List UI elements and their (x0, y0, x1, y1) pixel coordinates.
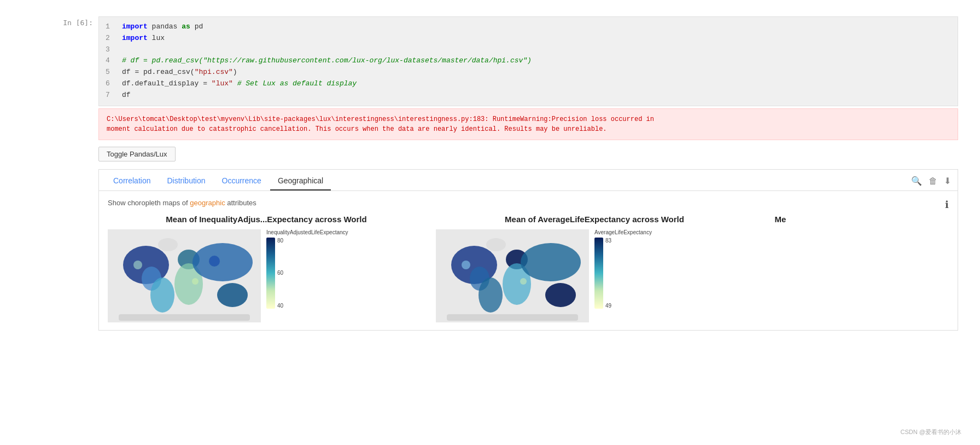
chart-2-legend: AverageLifeExpectancy 83 49 (594, 229, 652, 309)
chart-1-legend-labels: 80 60 40 (277, 238, 283, 309)
chart-1-legend-gradient (266, 238, 275, 309)
world-map-1 (108, 229, 261, 322)
code-block[interactable]: 1 import pandas as pd 2 import lux 3 4 #… (98, 16, 958, 106)
search-icon[interactable]: 🔍 (911, 176, 922, 186)
tab-icons: 🔍 🗑 ⬇ (911, 176, 951, 186)
svg-point-24 (520, 278, 527, 285)
tab-correlation[interactable]: Correlation (106, 172, 158, 190)
chart-2-legend-labels: 83 49 (605, 238, 611, 309)
lux-widget: Correlation Distribution Occurrence Geog… (98, 169, 958, 331)
code-line-7: 7 df (106, 90, 951, 101)
code-line-6: 6 df.default_display = "lux" # Set Lux a… (106, 78, 951, 90)
info-icon[interactable]: ℹ (945, 199, 949, 211)
svg-point-7 (217, 283, 248, 307)
chart-1-title: Mean of InequalityAdjus...Expectancy acr… (108, 215, 425, 224)
tab-distribution[interactable]: Distribution (159, 172, 213, 190)
code-line-4: 4 # df = pd.read_csv("https://raw.github… (106, 55, 951, 67)
code-line-5: 5 df = pd.read_csv("hpi.csv") (106, 67, 951, 78)
lux-tabs-bar: Correlation Distribution Occurrence Geog… (99, 170, 958, 191)
chart-2-legend-title: AverageLifeExpectancy (594, 229, 652, 235)
download-icon[interactable]: ⬇ (944, 176, 951, 186)
svg-point-11 (192, 278, 199, 285)
world-map-2 (436, 229, 589, 322)
chart-card-2: Mean of AverageLifeExpectancy across Wor… (436, 215, 753, 322)
tab-occurrence[interactable]: Occurrence (214, 172, 269, 190)
chart-1-legend: InequalityAdjustedLifeExpectancy 80 60 4… (266, 229, 348, 309)
warning-line-1: C:\Users\tomcat\Desktop\test\myvenv\Lib\… (107, 114, 950, 124)
svg-rect-9 (119, 314, 250, 321)
cell-label: In [6]: (0, 16, 98, 331)
toggle-pandas-lux-button[interactable]: Toggle Pandas/Lux (98, 147, 176, 161)
cell-in-label: In [6]: (63, 19, 93, 27)
charts-row: Mean of InequalityAdjus...Expectancy acr… (108, 215, 949, 322)
tab-geographical[interactable]: Geographical (270, 172, 331, 190)
svg-point-6 (192, 243, 253, 281)
chart-1-legend-title: InequalityAdjustedLifeExpectancy (266, 229, 348, 235)
svg-point-19 (521, 243, 581, 281)
chart-2-title: Mean of AverageLifeExpectancy across Wor… (436, 215, 753, 224)
chart-1-inner: InequalityAdjustedLifeExpectancy 80 60 4… (108, 229, 425, 322)
lux-body: Show choropleth maps of geographic attri… (99, 191, 958, 330)
cell-body: 1 import pandas as pd 2 import lux 3 4 #… (98, 16, 958, 331)
chart-card-3: Me (764, 215, 797, 322)
warning-line-2: moment calculation due to catastrophic c… (107, 124, 950, 134)
chart-2-legend-gradient (594, 238, 603, 309)
svg-point-23 (462, 261, 470, 269)
svg-rect-22 (447, 314, 578, 321)
svg-point-10 (133, 261, 142, 269)
lux-subtitle: Show choropleth maps of geographic attri… (108, 199, 949, 207)
warning-block: C:\Users\tomcat\Desktop\test\myvenv\Lib\… (98, 108, 958, 140)
code-line-1: 1 import pandas as pd (106, 21, 951, 33)
svg-point-3 (150, 278, 174, 313)
chart-2-inner: AverageLifeExpectancy 83 49 (436, 229, 753, 322)
svg-point-20 (545, 283, 576, 307)
code-cell: In [6]: 1 import pandas as pd 2 import l… (0, 16, 980, 331)
chart-card-1: Mean of InequalityAdjus...Expectancy acr… (108, 215, 425, 322)
code-line-3: 3 (106, 44, 951, 56)
code-line-2: 2 import lux (106, 33, 951, 44)
svg-point-8 (158, 238, 178, 251)
chart-3-title-partial: Me (764, 215, 797, 224)
watermark: CSDN @爱看书的小沐 (893, 425, 969, 440)
svg-point-12 (209, 256, 220, 267)
svg-point-16 (479, 278, 503, 313)
delete-icon[interactable]: 🗑 (929, 176, 937, 186)
svg-point-21 (486, 238, 506, 251)
